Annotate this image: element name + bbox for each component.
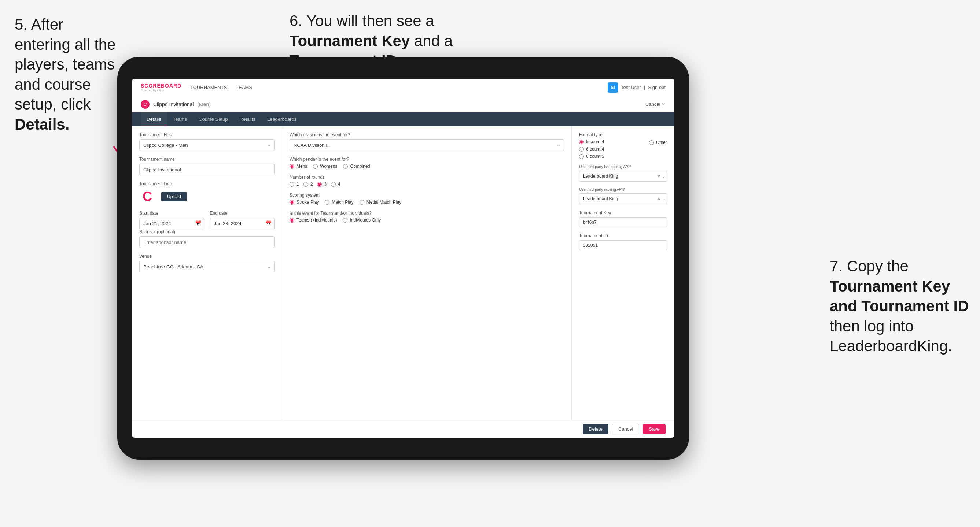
individuals-radio[interactable] [343,218,347,223]
rounds-3-radio[interactable] [317,182,322,187]
right-column: Format type 5 count 4 6 count 4 [572,126,675,420]
third-party-2-select[interactable]: Leaderboard King [579,194,667,204]
tab-course-setup[interactable]: Course Setup [193,113,234,126]
division-select[interactable]: NCAA Division III [290,139,564,151]
scoring-medal-radio[interactable] [360,200,364,205]
tab-teams[interactable]: Teams [167,113,193,126]
annotation-bottom-right: 7. Copy the Tournament Key and Tournamen… [830,256,969,356]
rounds-2[interactable]: 2 [304,182,313,187]
nav-link-tournaments[interactable]: TOURNAMENTS [190,83,227,92]
nav-logo-title: SCOREBOARD [141,83,181,89]
end-date-calendar-icon[interactable]: 📅 [265,221,272,226]
tournament-name-input[interactable] [139,164,275,175]
tournament-host-select-wrapper: Clippd College - Men [139,139,275,151]
teams-plus-individuals[interactable]: Teams (+Individuals) [290,217,337,223]
date-row: Start date 📅 End date 📅 [139,211,275,229]
scoring-match[interactable]: Match Play [325,200,353,205]
format-5count4-radio[interactable] [579,140,584,144]
third-party-1-group: Use third-party live scoring API? Leader… [579,165,667,182]
rounds-2-radio[interactable] [304,182,308,187]
nav-right: SI Test User | Sign out [608,83,665,93]
format-5count4[interactable]: 5 count 4 [579,139,643,144]
rounds-options-row: 1 2 3 4 [290,182,564,187]
tournament-cancel-button[interactable]: Cancel ✕ [645,102,665,107]
format-6count4[interactable]: 6 count 4 [579,146,643,152]
nav-logo: SCOREBOARD Powered by clippr [141,83,181,92]
tournament-logo-label: Tournament logo [139,181,275,186]
gender-combined[interactable]: Combined [343,164,370,169]
cancel-button[interactable]: Cancel [612,424,639,434]
tournament-host-select[interactable]: Clippd College - Men [139,139,275,151]
format-6count4-radio[interactable] [579,147,584,152]
nav-links: TOURNAMENTS TEAMS [190,83,608,92]
gender-womens-radio[interactable] [313,164,318,169]
sponsor-input[interactable] [139,236,275,248]
scoring-group: Scoring system Stroke Play Match Play [290,193,564,205]
tab-leaderboards[interactable]: Leaderboards [261,113,302,126]
gender-womens-label: Womens [320,164,337,169]
tournament-name: Clippd Invitational (Men) [153,102,211,107]
venue-group: Venue Peachtree GC - Atlanta - GA [139,254,275,273]
scoring-stroke[interactable]: Stroke Play [290,200,319,205]
gender-group: Which gender is the event for? Mens Wome… [290,157,564,169]
tablet-frame: SCOREBOARD Powered by clippr TOURNAMENTS… [117,57,689,460]
gender-mens-radio[interactable] [290,164,294,169]
logo-preview: C [139,189,155,205]
third-party-1-select[interactable]: Leaderboard King [579,171,667,182]
rounds-1[interactable]: 1 [290,182,299,187]
third-party-1-clear[interactable]: ✕ [657,174,660,179]
teams-label: Is this event for Teams and/or Individua… [290,211,564,216]
start-date-label: Start date [139,211,204,216]
format-6count5[interactable]: 6 count 5 [579,154,643,159]
rounds-4-radio[interactable] [331,182,336,187]
tournament-logo-group: Tournament logo C Upload [139,181,275,205]
tab-bar: Details Teams Course Setup Results Leade… [132,113,675,126]
upload-button[interactable]: Upload [161,192,187,202]
tab-results[interactable]: Results [234,113,261,126]
start-date-input[interactable] [139,217,204,229]
rounds-3[interactable]: 3 [317,182,326,187]
venue-select[interactable]: Peachtree GC - Atlanta - GA [139,261,275,273]
scoring-match-radio[interactable] [325,200,329,205]
delete-button[interactable]: Delete [583,424,608,434]
tournament-key-group: Tournament Key b4f6b7 [579,210,667,227]
end-date-input[interactable] [210,217,275,229]
tournament-host-group: Tournament Host Clippd College - Men [139,132,275,151]
tab-details[interactable]: Details [141,113,167,126]
third-party-2-clear[interactable]: ✕ [657,197,660,202]
gender-mens[interactable]: Mens [290,164,307,169]
tablet-screen: SCOREBOARD Powered by clippr TOURNAMENTS… [132,79,675,438]
rounds-1-radio[interactable] [290,182,294,187]
format-6count5-radio[interactable] [579,154,584,159]
gender-label: Which gender is the event for? [290,157,564,162]
tournament-host-label: Tournament Host [139,132,275,137]
format-other[interactable]: Other [649,140,667,145]
logo-upload-area: C Upload [139,189,275,205]
scoring-medal-match[interactable]: Medal Match Play [360,200,401,205]
format-other-radio[interactable] [649,140,654,145]
nav-signout[interactable]: Sign out [648,84,665,90]
start-date-calendar-icon[interactable]: 📅 [195,221,201,226]
scoring-stroke-radio[interactable] [290,200,294,205]
format-6count4-label: 6 count 4 [586,146,604,152]
division-select-wrapper: NCAA Division III [290,139,564,151]
format-group: Format type 5 count 4 6 count 4 [579,132,667,159]
gender-womens[interactable]: Womens [313,164,337,169]
rounds-group: Number of rounds 1 2 3 [290,175,564,187]
rounds-4[interactable]: 4 [331,182,340,187]
save-button[interactable]: Save [643,424,665,434]
format-other-col: Other [649,139,667,159]
gender-combined-label: Combined [350,164,370,169]
nav-logo-subtitle: Powered by clippr [141,89,181,92]
third-party-1-arrow: ⌄ [662,174,665,179]
main-content: Tournament Host Clippd College - Men Tou… [132,126,675,420]
scoring-label: Scoring system [290,193,564,198]
individuals-only[interactable]: Individuals Only [343,217,381,223]
gender-combined-radio[interactable] [343,164,348,169]
individuals-label: Individuals Only [350,217,381,223]
division-group: Which division is the event for? NCAA Di… [290,132,564,151]
format-options-container: 5 count 4 6 count 4 6 count 5 [579,139,667,159]
nav-link-teams[interactable]: TEAMS [235,83,252,92]
third-party-1-wrapper: Leaderboard King ✕ ⌄ [579,171,667,182]
teams-plus-radio[interactable] [290,218,294,223]
